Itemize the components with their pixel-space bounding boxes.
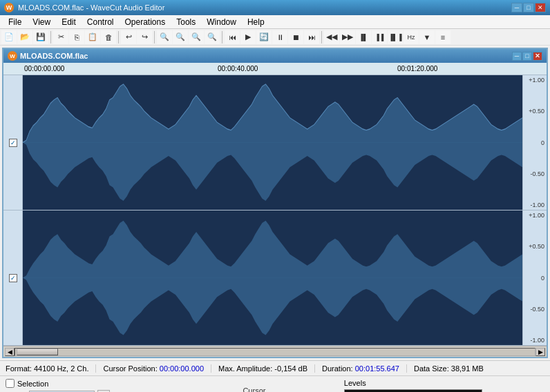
panel-controls: ─ □ ✕	[512, 52, 542, 61]
channel-2-left	[3, 210, 23, 345]
menu-control[interactable]: Control	[82, 16, 120, 28]
tb-fwd[interactable]: ▶▶	[340, 30, 355, 44]
minimize-button[interactable]: ─	[511, 3, 522, 12]
horizontal-scrollbar[interactable]: ◀ ▶	[3, 346, 547, 357]
tb-end[interactable]: ⏭	[304, 30, 319, 44]
bottom-panel: Selection Begin 🔍 End 🔍 Cursor 00:00:00.…	[0, 375, 550, 392]
selection-section: Selection Begin 🔍 End 🔍	[6, 379, 164, 392]
tb-mixer2[interactable]: ▐▐	[372, 30, 387, 44]
tb-mixer3[interactable]: ▐▌▐	[388, 30, 403, 44]
scale-1-top: +1.00	[529, 77, 544, 84]
tb-rewind[interactable]: ⏮	[225, 30, 240, 44]
panel-titlebar: W MLOADS.COM.flac ─ □ ✕	[3, 49, 547, 63]
channel-1-waveform[interactable]	[23, 75, 522, 210]
toolbar-main: 📄 📂 💾 ✂ ⎘ 📋 🗑 ↩ ↪ 🔍 🔍 🔍 🔍 ⏮ ▶ 🔄 ⏸ ⏹ ⏭ ◀◀…	[0, 29, 550, 46]
scale-2-bot: -1.00	[530, 337, 544, 344]
duration-value: 00:01:55.647	[355, 364, 399, 373]
menu-view[interactable]: View	[27, 16, 56, 28]
panel-minimize-btn[interactable]: ─	[512, 52, 522, 61]
window-controls: ─ □ ✕	[511, 3, 546, 12]
status-size: Data Size: 38,91 MB	[414, 364, 491, 373]
scroll-thumb[interactable]	[17, 349, 58, 355]
sep3	[154, 31, 155, 43]
panel-close-btn[interactable]: ✕	[533, 52, 542, 61]
tb-open[interactable]: 📂	[17, 30, 32, 44]
tb-cut[interactable]: ✂	[53, 30, 68, 44]
scale-1-mid: 0	[541, 139, 544, 146]
main-area: W MLOADS.COM.flac ─ □ ✕ 00:00:00.000 00:…	[0, 46, 550, 375]
waveform-container: +1.00 +0.50 0 -0.50 -1.00	[3, 75, 547, 346]
scale-2-mid-bot: -0.50	[530, 306, 544, 313]
tb-more[interactable]: ≡	[435, 30, 451, 44]
panel-icon: W	[8, 51, 17, 61]
tb-zoom-in[interactable]: 🔍	[157, 30, 172, 44]
tb-redo[interactable]: ↪	[137, 30, 152, 44]
app-icon: W	[4, 3, 14, 12]
time-marker-0: 00:00:00.000	[24, 65, 64, 72]
selection-checkbox[interactable]	[6, 379, 15, 388]
tb-copy[interactable]: ⎘	[69, 30, 84, 44]
status-format: Format: 44100 Hz, 2 Ch.	[6, 364, 96, 373]
channel-2-row: +1.00 +0.50 0 -0.50 -1.00	[3, 210, 547, 346]
menu-tools[interactable]: Tools	[171, 16, 201, 28]
levels-label: Levels	[344, 379, 544, 387]
scale-2-top: +1.00	[529, 212, 544, 219]
menu-help[interactable]: Help	[242, 16, 270, 28]
tb-stop[interactable]: ⏹	[288, 30, 303, 44]
menu-operations[interactable]: Operations	[120, 16, 171, 28]
scroll-right-btn[interactable]: ▶	[535, 348, 545, 356]
channel-1-checkbox[interactable]	[9, 139, 17, 147]
panel-title: MLOADS.COM.flac	[20, 52, 88, 60]
time-marker-1: 00:00:40.000	[218, 65, 258, 72]
audio-panel: W MLOADS.COM.flac ─ □ ✕ 00:00:00.000 00:…	[2, 48, 548, 358]
title-bar: W MLOADS.COM.flac - WaveCut Audio Editor…	[0, 0, 550, 15]
tb-mixer1[interactable]: ▐▌	[356, 30, 371, 44]
selection-header: Selection	[6, 379, 164, 388]
tb-filter[interactable]: ▼	[419, 30, 435, 44]
time-ruler: 00:00:00.000 00:00:40.000 00:01:20.000	[3, 63, 547, 75]
menu-window[interactable]: Window	[201, 16, 242, 28]
tb-back[interactable]: ◀◀	[324, 30, 339, 44]
tb-hz[interactable]: Hz	[404, 30, 419, 44]
scale-1-mid-top: +0.50	[529, 108, 544, 115]
scale-1-bot: -1.00	[530, 202, 544, 208]
status-amplitude: Max. Amplitude: -0,154 dB	[218, 364, 315, 373]
tb-zoom-out[interactable]: 🔍	[173, 30, 188, 44]
scroll-track[interactable]	[15, 348, 535, 356]
scroll-left-btn[interactable]: ◀	[5, 348, 15, 356]
maximize-button[interactable]: □	[523, 3, 534, 12]
time-marker-2: 00:01:20.000	[397, 65, 437, 72]
scale-2-mid: 0	[541, 275, 544, 282]
sep2	[118, 31, 119, 43]
channel-2-waveform[interactable]	[23, 210, 522, 345]
sep4	[222, 31, 222, 43]
cursor-section: Cursor 00:00:00.000	[171, 379, 337, 392]
tb-zoom-fit[interactable]: 🔍	[189, 30, 204, 44]
tb-loop[interactable]: 🔄	[256, 30, 272, 44]
sep1	[50, 31, 51, 43]
cursor-section-label: Cursor	[243, 386, 265, 392]
scale-2-mid-top: +0.50	[529, 243, 544, 250]
tb-delete[interactable]: 🗑	[101, 30, 116, 44]
tb-paste[interactable]: 📋	[85, 30, 100, 44]
tb-undo[interactable]: ↩	[121, 30, 136, 44]
tb-pause[interactable]: ⏸	[272, 30, 287, 44]
tb-save[interactable]: 💾	[33, 30, 48, 44]
tb-zoom-sel[interactable]: 🔍	[205, 30, 220, 44]
tb-new[interactable]: 📄	[1, 30, 17, 44]
menu-bar: File View Edit Control Operations Tools …	[0, 15, 550, 29]
amplitude-value: -0,154 dB	[274, 364, 307, 373]
menu-file[interactable]: File	[3, 16, 27, 28]
close-button[interactable]: ✕	[535, 3, 546, 12]
channel-2-svg	[23, 210, 522, 345]
status-bar: Format: 44100 Hz, 2 Ch. Cursor Position:…	[0, 360, 550, 375]
channel-2-checkbox[interactable]	[9, 274, 17, 282]
levels-display	[344, 389, 482, 392]
panel-restore-btn[interactable]: □	[522, 52, 532, 61]
channel-1-svg	[23, 75, 522, 210]
channel-1-left	[3, 75, 23, 210]
menu-edit[interactable]: Edit	[56, 16, 82, 28]
channel-1-scale: +1.00 +0.50 0 -0.50 -1.00	[522, 75, 547, 210]
tb-play[interactable]: ▶	[240, 30, 256, 44]
sep5	[321, 31, 322, 43]
